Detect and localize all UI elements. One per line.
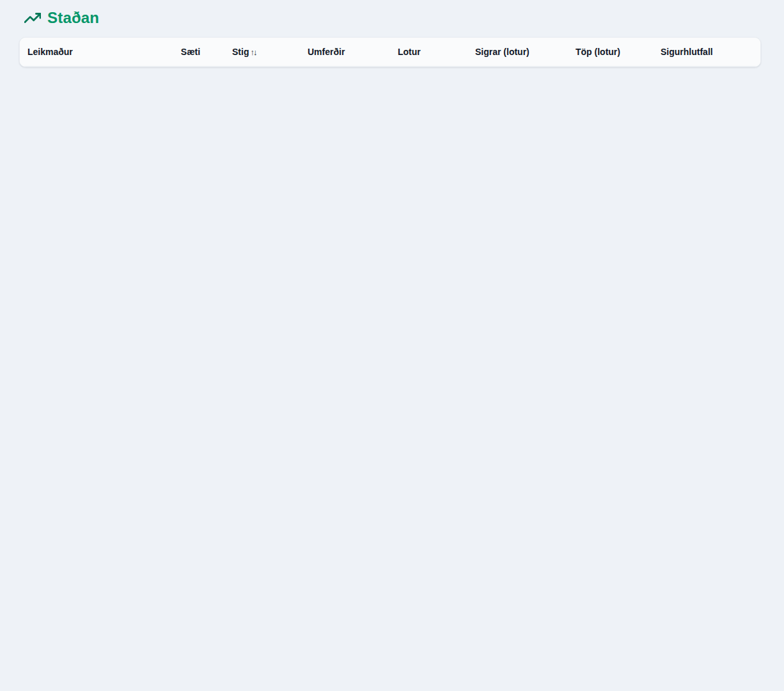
col-header-saeti: Sæti	[162, 38, 219, 66]
col-header-sigurhlutfall: Sigurhlutfall	[648, 38, 761, 66]
standings-table: Leikmaður Sæti Stig↑↓ Umferðir Lotur Sig…	[20, 38, 761, 67]
page-header: Staðan	[19, 8, 765, 37]
col-header-sigrar-lotur: Sigrar (lotur)	[462, 38, 563, 66]
col-header-stig[interactable]: Stig↑↓	[219, 38, 295, 66]
standings-page: Staðan Leikmaður Sæti Stig↑↓ Umferðir Lo…	[0, 0, 784, 80]
table-header-row: Leikmaður Sæti Stig↑↓ Umferðir Lotur Sig…	[20, 38, 761, 66]
col-header-stig-label: Stig	[232, 47, 249, 57]
col-header-leikmadur: Leikmaður	[20, 38, 162, 66]
standings-card: Leikmaður Sæti Stig↑↓ Umferðir Lotur Sig…	[19, 37, 761, 67]
trending-up-icon	[24, 10, 41, 26]
col-header-umferdir: Umferðir	[295, 38, 385, 66]
page-title: Staðan	[47, 9, 99, 27]
sort-arrows-icon[interactable]: ↑↓	[250, 47, 256, 57]
col-header-lotur: Lotur	[385, 38, 462, 66]
col-header-top-lotur: Töp (lotur)	[563, 38, 648, 66]
